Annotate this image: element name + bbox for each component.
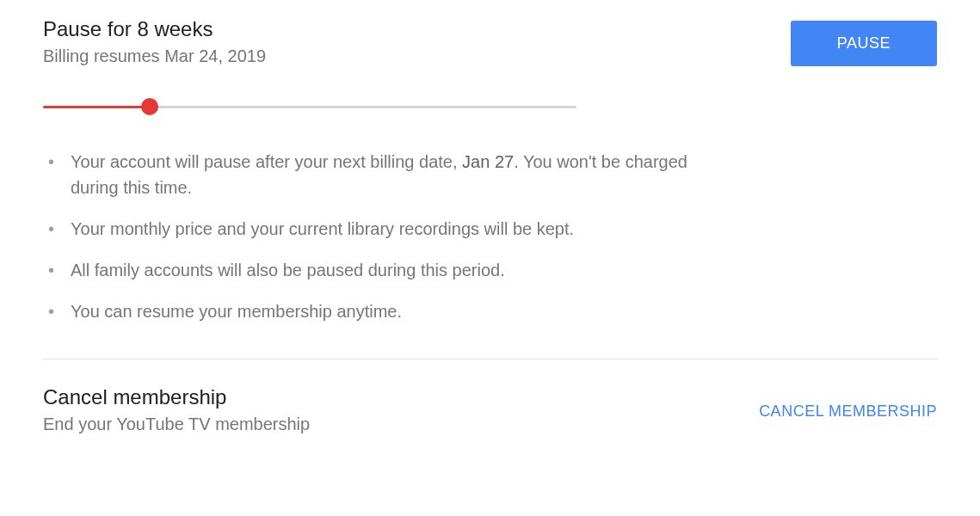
info-item-1: Your account will pause after your next …: [43, 149, 697, 200]
pause-info-list: Your account will pause after your next …: [43, 149, 697, 324]
pause-title: Pause for 8 weeks: [43, 17, 791, 41]
pause-section: Pause for 8 weeks Billing resumes Mar 24…: [43, 17, 937, 66]
cancel-subtitle: End your YouTube TV membership: [43, 415, 310, 434]
pause-title-block: Pause for 8 weeks Billing resumes Mar 24…: [43, 17, 791, 66]
pause-subtitle: Billing resumes Mar 24, 2019: [43, 46, 791, 66]
cancel-membership-button[interactable]: CANCEL MEMBERSHIP: [759, 394, 937, 429]
info-item-3: All family accounts will also be paused …: [43, 257, 697, 283]
cancel-title: Cancel membership: [43, 385, 310, 409]
slider-fill: [43, 106, 150, 108]
info-item-1-date: Jan 27: [462, 152, 514, 171]
cancel-section: Cancel membership End your YouTube TV me…: [43, 385, 937, 434]
info-item-4: You can resume your membership anytime.: [43, 298, 697, 324]
section-divider: [43, 359, 937, 359]
info-item-2: Your monthly price and your current libr…: [43, 216, 697, 242]
pause-duration-slider[interactable]: [43, 99, 576, 116]
slider-thumb[interactable]: [141, 98, 158, 115]
info-item-1-pre: Your account will pause after your next …: [71, 152, 462, 171]
cancel-title-block: Cancel membership End your YouTube TV me…: [43, 385, 310, 434]
pause-button[interactable]: PAUSE: [791, 21, 937, 66]
